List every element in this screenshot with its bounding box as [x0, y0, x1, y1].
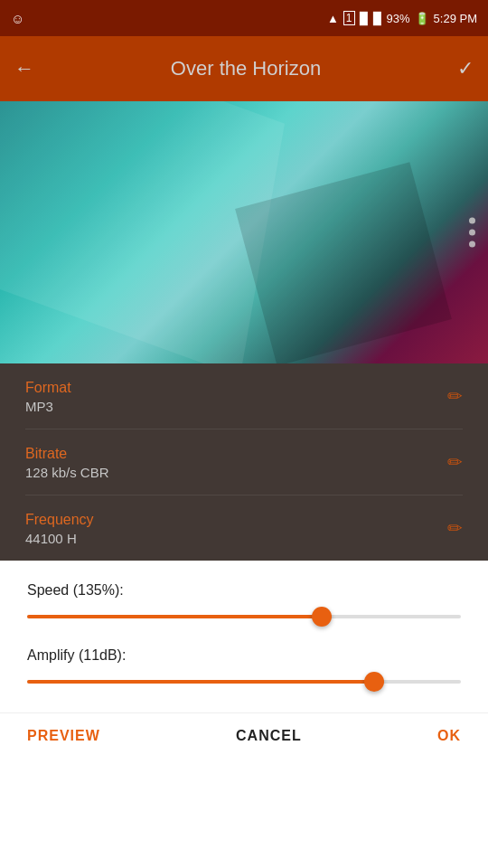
- frequency-row: Frequency 44100 H ✏: [25, 495, 463, 561]
- amplify-slider[interactable]: [27, 673, 461, 691]
- frequency-label: Frequency: [25, 512, 463, 528]
- back-button[interactable]: ←: [14, 57, 34, 80]
- format-edit-button[interactable]: ✏: [447, 385, 463, 407]
- wifi-icon: ▲: [327, 12, 339, 25]
- notification-icon: ☺: [11, 11, 24, 26]
- battery-icon: 🔋: [415, 12, 429, 25]
- speed-label: Speed (135%):: [27, 582, 461, 599]
- bitrate-value: 128 kb/s CBR: [25, 465, 463, 480]
- amplify-fill: [27, 680, 374, 684]
- dot1: [469, 218, 475, 224]
- speed-fill: [27, 615, 322, 618]
- album-art: [0, 101, 488, 363]
- dot2: [469, 230, 475, 236]
- settings-panel: Format MP3 ✏ Bitrate 128 kb/s CBR ✏ Freq…: [0, 363, 488, 561]
- speed-track: [27, 615, 461, 618]
- more-menu-button[interactable]: [469, 218, 475, 248]
- bottom-dialog: Speed (135%): Amplify (11dB):: [0, 561, 488, 691]
- action-buttons: PREVIEW CANCEL OK: [0, 712, 488, 771]
- signal-icon1: ▉: [360, 12, 369, 25]
- dot3: [469, 241, 475, 248]
- preview-button[interactable]: PREVIEW: [27, 728, 100, 744]
- status-left: ☺: [11, 11, 24, 26]
- bitrate-row: Bitrate 128 kb/s CBR ✏: [25, 429, 463, 495]
- format-label: Format: [25, 380, 463, 396]
- amplify-thumb[interactable]: [364, 672, 384, 692]
- format-row: Format MP3 ✏: [25, 363, 463, 429]
- cancel-button[interactable]: CANCEL: [236, 728, 302, 744]
- amplify-label: Amplify (11dB):: [27, 647, 461, 664]
- frequency-edit-button[interactable]: ✏: [447, 517, 463, 539]
- amplify-slider-row: Amplify (11dB):: [27, 647, 461, 691]
- speed-thumb[interactable]: [312, 607, 332, 627]
- sim-icon: 1: [343, 11, 355, 25]
- bitrate-edit-button[interactable]: ✏: [447, 451, 463, 473]
- status-right: ▲ 1 ▉ ▉ 93% 🔋 5:29 PM: [327, 11, 477, 25]
- page-title: Over the Horizon: [43, 57, 448, 80]
- frequency-value: 44100 H: [25, 531, 463, 546]
- confirm-button[interactable]: ✓: [457, 57, 474, 80]
- app-bar: ← Over the Horizon ✓: [0, 36, 488, 101]
- bitrate-label: Bitrate: [25, 446, 463, 462]
- status-bar: ☺ ▲ 1 ▉ ▉ 93% 🔋 5:29 PM: [0, 0, 488, 36]
- signal-icon2: ▉: [373, 12, 382, 25]
- time: 5:29 PM: [434, 12, 477, 25]
- speed-slider-row: Speed (135%):: [27, 582, 461, 626]
- battery-percent: 93%: [387, 12, 410, 25]
- format-value: MP3: [25, 399, 463, 414]
- amplify-track: [27, 680, 461, 684]
- speed-slider[interactable]: [27, 608, 461, 626]
- ok-button[interactable]: OK: [437, 728, 461, 744]
